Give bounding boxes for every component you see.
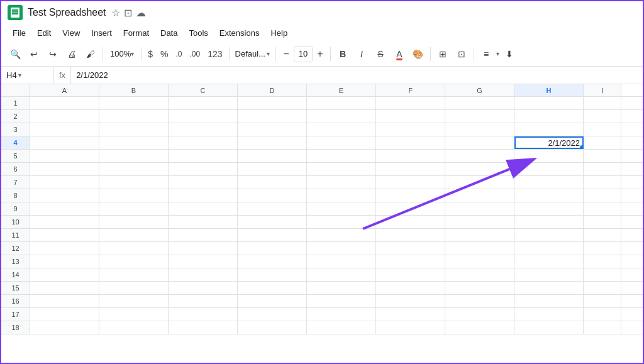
undo-button[interactable]: ↩ [25, 45, 43, 63]
row-num-13[interactable]: 13 [1, 255, 30, 268]
percent-button[interactable]: % [157, 48, 171, 60]
cell-d1[interactable] [238, 97, 307, 109]
cell-a17[interactable] [30, 308, 99, 321]
cell-f6[interactable] [376, 163, 445, 175]
cell-d2[interactable] [238, 110, 307, 123]
cell-f11[interactable] [376, 229, 445, 241]
row-num-5[interactable]: 5 [1, 150, 30, 162]
cell-f15[interactable] [376, 282, 445, 294]
cell-e2[interactable] [307, 110, 376, 123]
cell-f2[interactable] [376, 110, 445, 123]
cell-a5[interactable] [30, 150, 99, 162]
cell-b1[interactable] [99, 97, 169, 109]
cell-d16[interactable] [238, 295, 307, 307]
cell-g10[interactable] [445, 216, 514, 228]
col-header-a[interactable]: A [30, 84, 99, 96]
cell-a7[interactable] [30, 176, 99, 189]
cell-c18[interactable] [169, 321, 238, 334]
cell-e12[interactable] [307, 242, 376, 255]
cell-d10[interactable] [238, 216, 307, 228]
cell-i13[interactable] [584, 255, 621, 268]
cell-c17[interactable] [169, 308, 238, 321]
drive-icon[interactable]: ⊡ [124, 7, 132, 19]
cell-f12[interactable] [376, 242, 445, 255]
cell-e18[interactable] [307, 321, 376, 334]
cell-g14[interactable] [445, 268, 514, 281]
bold-button[interactable]: B [334, 45, 352, 63]
font-size-input[interactable] [294, 46, 313, 62]
cell-h10[interactable] [514, 216, 584, 228]
row-num-17[interactable]: 17 [1, 308, 30, 321]
decimal-less-button[interactable]: .0 [173, 48, 186, 60]
cell-a3[interactable] [30, 123, 99, 136]
row-num-7[interactable]: 7 [1, 176, 30, 189]
col-header-h[interactable]: H [514, 84, 584, 96]
cell-c1[interactable] [169, 97, 238, 109]
cell-e1[interactable] [307, 97, 376, 109]
cell-g9[interactable] [445, 202, 514, 215]
cell-g12[interactable] [445, 242, 514, 255]
cell-e14[interactable] [307, 268, 376, 281]
col-header-i[interactable]: I [584, 84, 621, 96]
cell-a13[interactable] [30, 255, 99, 268]
redo-button[interactable]: ↪ [44, 45, 62, 63]
cell-h15[interactable] [514, 282, 584, 294]
col-header-b[interactable]: B [99, 84, 169, 96]
cell-d11[interactable] [238, 229, 307, 241]
cell-c10[interactable] [169, 216, 238, 228]
row-num-18[interactable]: 18 [1, 321, 30, 334]
cell-h8[interactable] [514, 189, 584, 202]
cell-b17[interactable] [99, 308, 169, 321]
cell-a1[interactable] [30, 97, 99, 109]
cell-a11[interactable] [30, 229, 99, 241]
cell-a18[interactable] [30, 321, 99, 334]
cell-b12[interactable] [99, 242, 169, 255]
cell-h1[interactable] [514, 97, 584, 109]
cell-b13[interactable] [99, 255, 169, 268]
cell-g8[interactable] [445, 189, 514, 202]
cell-e4[interactable] [307, 136, 376, 149]
cell-g17[interactable] [445, 308, 514, 321]
cell-g5[interactable] [445, 150, 514, 162]
cell-e17[interactable] [307, 308, 376, 321]
cell-i15[interactable] [584, 282, 621, 294]
cell-b3[interactable] [99, 123, 169, 136]
cell-f4[interactable] [376, 136, 445, 149]
cell-a10[interactable] [30, 216, 99, 228]
cell-g13[interactable] [445, 255, 514, 268]
cell-c12[interactable] [169, 242, 238, 255]
cell-d9[interactable] [238, 202, 307, 215]
col-header-e[interactable]: E [307, 84, 376, 96]
cell-i4[interactable] [584, 136, 621, 149]
cell-h4[interactable]: 2/1/2022 [514, 136, 584, 149]
text-align-button[interactable]: ≡ [477, 45, 495, 63]
col-header-g[interactable]: G [445, 84, 514, 96]
cell-f7[interactable] [376, 176, 445, 189]
cell-b7[interactable] [99, 176, 169, 189]
star-icon[interactable]: ☆ [111, 7, 120, 19]
cell-b2[interactable] [99, 110, 169, 123]
cell-g15[interactable] [445, 282, 514, 294]
cell-c2[interactable] [169, 110, 238, 123]
cell-h5[interactable] [514, 150, 584, 162]
cell-e16[interactable] [307, 295, 376, 307]
fill-handle[interactable] [580, 145, 584, 149]
cell-f14[interactable] [376, 268, 445, 281]
cell-h13[interactable] [514, 255, 584, 268]
cell-d17[interactable] [238, 308, 307, 321]
cell-b11[interactable] [99, 229, 169, 241]
cell-f8[interactable] [376, 189, 445, 202]
row-num-1[interactable]: 1 [1, 97, 30, 109]
cell-c8[interactable] [169, 189, 238, 202]
row-num-9[interactable]: 9 [1, 202, 30, 215]
cell-b4[interactable] [99, 136, 169, 149]
cell-g18[interactable] [445, 321, 514, 334]
cell-c3[interactable] [169, 123, 238, 136]
cell-h6[interactable] [514, 163, 584, 175]
font-size-decrease-button[interactable]: − [279, 46, 293, 62]
cell-i11[interactable] [584, 229, 621, 241]
cell-h12[interactable] [514, 242, 584, 255]
cell-e10[interactable] [307, 216, 376, 228]
menu-help[interactable]: Help [265, 26, 292, 40]
cell-b6[interactable] [99, 163, 169, 175]
